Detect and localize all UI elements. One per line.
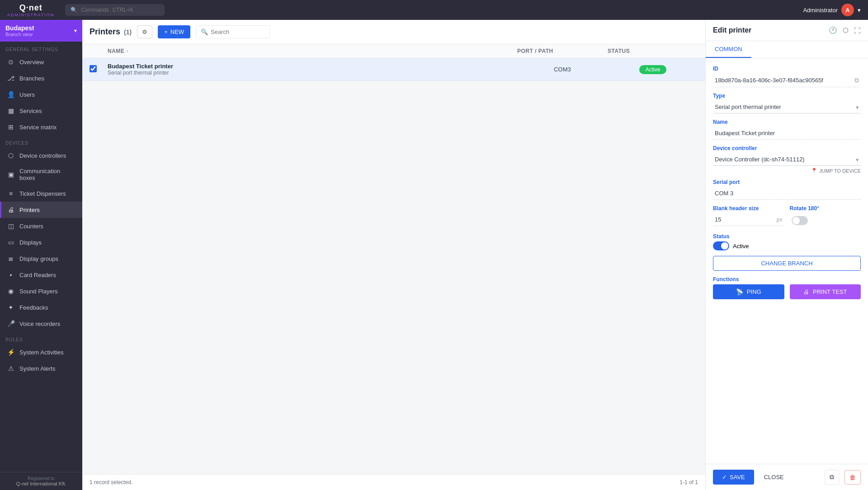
general-settings-label: GENERAL SETTINGS (0, 42, 82, 54)
duplicate-button[interactable]: ⧉ (825, 470, 839, 485)
voice-recorders-icon: 🎤 (7, 320, 15, 328)
branch-selector[interactable]: Budapest Branch view ▾ (0, 20, 82, 42)
type-field: Type Serial port thermal printer (713, 93, 861, 113)
communication-boxes-icon: ▣ (7, 170, 15, 179)
new-button[interactable]: + NEW (158, 25, 190, 38)
blank-header-label: Blank header size (713, 205, 784, 212)
status-field: Status Active (713, 233, 861, 250)
device-controller-field: Device controller Device Controller (dc-… (713, 145, 861, 174)
table-header: NAME ↑ PORT / PATH STATUS (82, 44, 705, 58)
sidebar-item-label: Printers (19, 207, 40, 213)
sidebar-item-display-groups[interactable]: ≣ Display groups (0, 250, 82, 267)
location-icon: 📍 (811, 168, 817, 174)
toggle-knob (793, 217, 800, 224)
delete-button[interactable]: 🗑 (844, 470, 861, 485)
chevron-down-icon: ▾ (858, 7, 861, 14)
status-badge: Active (639, 65, 667, 74)
sidebar-item-label: Service matrix (19, 124, 57, 131)
registered-company: Q-net International Kft. (5, 481, 77, 486)
topbar: Q·net ADMINISTRATION 🔍 Commands CTRL+K A… (0, 0, 868, 20)
row-port: COM3 (517, 66, 608, 73)
branch-name: Budapest (5, 24, 34, 32)
search-icon: 🔍 (201, 28, 208, 35)
registered-info: Registered to Q-net International Kft. (0, 472, 82, 490)
users-icon: 👤 (7, 90, 15, 99)
sidebar-item-services[interactable]: ▦ Services (0, 103, 82, 119)
list-search[interactable]: 🔍 (196, 25, 270, 38)
print-test-button[interactable]: 🖨 PRINT TEST (790, 284, 861, 299)
px-label: px (777, 217, 783, 223)
sidebar-item-communication-boxes[interactable]: ▣ Communication boxes (0, 164, 82, 185)
row-status: Active (608, 65, 698, 74)
sidebar-item-label: Branches (19, 75, 44, 82)
search-input[interactable] (211, 28, 265, 35)
close-button[interactable]: CLOSE (760, 470, 788, 485)
sidebar-item-card-readers[interactable]: ▪ Card Readers (0, 267, 82, 283)
status-toggle[interactable] (713, 241, 729, 250)
sidebar-item-branches[interactable]: ⎇ Branches (0, 70, 82, 86)
tab-common[interactable]: COMMON (706, 41, 751, 58)
share-icon[interactable]: ⬡ (843, 26, 849, 34)
name-column-header[interactable]: NAME ↑ (108, 48, 517, 54)
form-body: ID 18bd870a-8a16-406c-3e07-f845ac90565f … (706, 58, 868, 464)
sidebar-item-users[interactable]: 👤 Users (0, 86, 82, 103)
row-checkbox[interactable] (90, 65, 97, 72)
name-input[interactable] (713, 127, 861, 140)
blank-header-field: Blank header size px (713, 205, 784, 228)
fullscreen-icon[interactable]: ⛶ (854, 27, 861, 34)
rules-label: RULES (0, 332, 82, 344)
rotate-label: Rotate 180° (790, 205, 861, 212)
sidebar-item-ticket-dispensers[interactable]: ≡ Ticket Dispensers (0, 185, 82, 202)
user-menu[interactable]: Administrator A ▾ (803, 4, 861, 16)
sidebar-item-label: System Alerts (19, 365, 55, 372)
logo: Q·net ADMINISTRATION (7, 3, 54, 17)
system-activities-icon: ⚡ (7, 348, 15, 356)
serial-port-label: Serial port (713, 179, 861, 185)
sidebar-item-sound-players[interactable]: ◉ Sound Players (0, 283, 82, 299)
device-controllers-icon: ⬡ (7, 151, 15, 160)
printer-icon: 🖨 (803, 288, 809, 295)
save-button[interactable]: ✓ SAVE (713, 470, 754, 485)
sidebar-item-printers[interactable]: 🖨 Printers (0, 202, 82, 218)
jump-to-device-link[interactable]: 📍 JUMP TO DEVICE (713, 168, 861, 174)
system-alerts-icon: ⚠ (7, 364, 15, 372)
history-icon[interactable]: 🕐 (829, 26, 837, 34)
sidebar-item-feedbacks[interactable]: ✦ Feedbacks (0, 299, 82, 316)
devices-label: DEVICES (0, 135, 82, 147)
device-controller-select[interactable]: Device Controller (dc-sh74-51112) (713, 153, 861, 166)
table-row[interactable]: Budapest Ticket printer Serial port ther… (82, 58, 705, 81)
sidebar-item-overview[interactable]: ⊙ Overview (0, 54, 82, 70)
id-label: ID (713, 66, 861, 72)
rotate-toggle[interactable] (792, 216, 808, 225)
sidebar-item-device-controllers[interactable]: ⬡ Device controllers (0, 147, 82, 164)
sidebar-item-system-alerts[interactable]: ⚠ System Alerts (0, 360, 82, 377)
logo-text: Q·net (19, 3, 42, 13)
command-search[interactable]: 🔍 Commands CTRL+K (65, 4, 165, 16)
avatar: A (841, 4, 854, 16)
filter-button[interactable]: ⚙ (137, 25, 152, 38)
ping-button[interactable]: 📡 PING (713, 284, 784, 299)
sidebar-item-system-activities[interactable]: ⚡ System Activities (0, 344, 82, 360)
services-icon: ▦ (7, 107, 15, 115)
change-branch-button[interactable]: CHANGE BRANCH (713, 256, 861, 271)
device-controller-select-wrap: Device Controller (dc-sh74-51112) (713, 153, 861, 166)
functions-field: Functions 📡 PING 🖨 PRINT TEST (713, 276, 861, 299)
copy-icon[interactable]: ⧉ (854, 76, 859, 84)
sidebar-item-label: Device controllers (19, 152, 66, 159)
sidebar-item-counters[interactable]: ◫ Counters (0, 218, 82, 234)
search-icon: 🔍 (71, 7, 77, 13)
type-select[interactable]: Serial port thermal printer (713, 101, 861, 113)
sidebar-item-displays[interactable]: ▭ Displays (0, 234, 82, 250)
right-panel: Edit printer 🕐 ⬡ ⛶ COMMON ID 18bd870a-8a… (705, 20, 868, 490)
functions-row: 📡 PING 🖨 PRINT TEST (713, 284, 861, 299)
type-select-wrap: Serial port thermal printer (713, 101, 861, 113)
sidebar-item-service-matrix[interactable]: ⊞ Service matrix (0, 119, 82, 135)
serial-port-input[interactable] (713, 187, 861, 200)
id-value: 18bd870a-8a16-406c-3e07-f845ac90565f (715, 77, 823, 84)
sidebar-item-label: Users (19, 91, 35, 98)
sidebar-item-voice-recorders[interactable]: 🎤 Voice recorders (0, 316, 82, 332)
blank-header-input[interactable] (715, 216, 777, 223)
status-text: Active (733, 243, 749, 250)
row-name-cell: Budapest Ticket printer Serial port ther… (108, 63, 517, 76)
sidebar-item-label: Counters (19, 223, 43, 230)
